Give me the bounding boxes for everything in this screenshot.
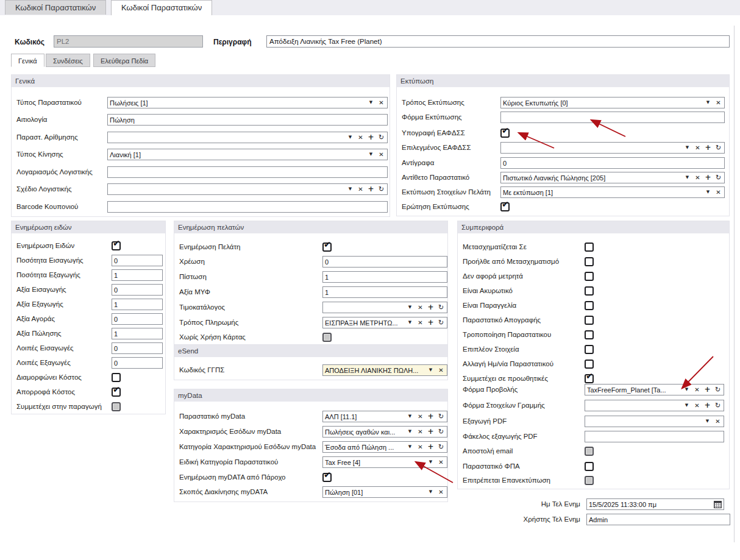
refresh-icon[interactable]: ↻ [436,442,446,452]
dropdown-icon[interactable]: ▼ [681,400,692,411]
aitiologia-field[interactable]: Πώληση [107,114,388,126]
add-icon[interactable]: + [703,143,713,153]
clear-icon[interactable]: ✕ [692,400,702,411]
dropdown-icon[interactable]: ▼ [405,302,415,313]
tab-eleuthera-pedia[interactable]: Ελεύθερα Πεδία [93,54,155,67]
clear-icon[interactable]: ✕ [376,97,386,108]
parastatiko-mydata-field[interactable]: ΑΛΠ [11.1]▼✕+↻ [322,411,447,422]
parastatiko-apografis-checkbox[interactable] [585,316,594,325]
forma-stoixeion-grammis-field[interactable]: ▼✕+↻ [585,400,724,411]
katigoria-xaraktirismou-esodon-mydata-field[interactable]: Έσοδα από Πώληση ...▼✕+↻ [322,441,447,453]
symmetexei-se-proothitikes-checkbox[interactable] [585,374,594,383]
axia-agoras-field[interactable]: 0 [112,313,163,325]
refresh-icon[interactable]: ↻ [713,400,723,411]
posotita-exagogis-field[interactable]: 1 [112,269,163,281]
axia-polisis-field[interactable]: 1 [112,328,163,339]
refresh-icon[interactable]: ↻ [436,302,446,313]
xristis-tel-enim-field[interactable]: Admin [586,514,730,525]
im-tel-enim-field[interactable]: 15/5/2025 11:33:00 πμ [586,498,724,510]
tropos-pliromis-field[interactable]: ΕΙΣΠΡΑΞΗ ΜΕΤΡΗΤΩ...▼✕+↻ [322,317,447,328]
clear-icon[interactable]: ✕ [713,416,723,427]
tab-syndeseis[interactable]: Συνδέσεις [46,54,90,67]
window-tab-document-codes-2[interactable]: Κωδικοί Παραστατικών [111,0,212,15]
dropdown-icon[interactable]: ▼ [405,442,415,452]
xreosi-field[interactable]: 0 [322,256,447,268]
dropdown-icon[interactable]: ▼ [345,184,355,194]
clear-icon[interactable]: ✕ [415,442,425,452]
tropopoiisi-parastatikou-checkbox[interactable] [585,330,594,339]
dropdown-icon[interactable]: ▼ [405,317,415,328]
window-tab-document-codes-1[interactable]: Κωδικοί Παραστατικών [5,0,106,15]
clear-icon[interactable]: ✕ [436,365,446,375]
aporrofa-kostos-checkbox[interactable] [112,388,121,397]
dropdown-icon[interactable]: ▼ [425,365,436,375]
dropdown-icon[interactable]: ▼ [405,427,415,437]
exagogi-pdf-field[interactable]: ▼✕ [585,416,724,427]
dropdown-icon[interactable]: ▼ [703,187,713,197]
posotita-eisagogis-field[interactable]: 0 [112,255,163,266]
clear-icon[interactable]: ✕ [415,302,425,313]
dropdown-icon[interactable]: ▼ [681,385,692,395]
axia-myf-field[interactable]: 1 [322,286,447,298]
dropdown-icon[interactable]: ▼ [702,416,713,427]
allagi-imnia-parastatikou-checkbox[interactable] [585,360,594,369]
einai-paraggelia-checkbox[interactable] [585,301,594,310]
loipes-eisagoges-field[interactable]: 0 [112,342,163,354]
dropdown-icon[interactable]: ▼ [703,97,713,108]
clear-icon[interactable]: ✕ [692,143,703,153]
add-icon[interactable]: + [425,427,436,437]
refresh-icon[interactable]: ↻ [436,317,446,328]
parastatiko-fpa-checkbox[interactable] [585,462,594,471]
den-afora-metrita-checkbox[interactable] [585,272,594,281]
add-icon[interactable]: + [425,317,436,328]
clear-icon[interactable]: ✕ [713,187,724,197]
enimerosi-eidon-checkbox[interactable] [112,241,121,250]
dropdown-icon[interactable]: ▼ [682,172,692,183]
refresh-icon[interactable]: ↻ [713,385,723,395]
typos-kinisis-field[interactable]: Λιανική [1]▼✕ [107,149,388,160]
ypografi-eafdss-checkbox[interactable] [500,129,510,138]
clear-icon[interactable]: ✕ [713,97,724,108]
erotisi-ektyposis-checkbox[interactable] [500,202,510,211]
refresh-icon[interactable]: ↻ [436,411,446,422]
einai-akyrotiko-checkbox[interactable] [585,286,594,296]
kodikos-ggps-field[interactable]: ΑΠΟΔΕΙΞΗ ΛΙΑΝΙΚΗΣ ΠΩΛΗ...▼✕ [322,364,447,376]
typos-parastatikou-field[interactable]: Πωλήσεις [1]▼✕ [107,97,388,108]
enimerosi-pelati-checkbox[interactable] [322,243,332,252]
tropos-ektyposis-field[interactable]: Κύριος Εκτυπωτής [0]▼✕ [500,97,725,108]
dropdown-icon[interactable]: ▼ [345,132,355,143]
xaraktirismos-esodon-mydata-field[interactable]: Πωλήσεις αγαθών και...▼✕+↻ [322,426,447,438]
add-icon[interactable]: + [425,302,436,313]
add-icon[interactable]: + [425,411,436,422]
eidiki-katigoria-parastatikou-field[interactable]: Tax Free [4]▼✕ [322,456,447,468]
clear-icon[interactable]: ✕ [436,457,446,467]
diamorfonei-kostos-checkbox[interactable] [112,373,121,382]
fakelos-exagogis-pdf-field[interactable] [585,431,724,442]
dropdown-icon[interactable]: ▼ [425,487,436,497]
clear-icon[interactable]: ✕ [692,385,702,395]
clear-icon[interactable]: ✕ [376,149,386,160]
axia-eisagogis-field[interactable]: 0 [112,284,163,296]
clear-icon[interactable]: ✕ [692,172,703,183]
loipes-exagoges-field[interactable]: 0 [112,357,163,369]
add-icon[interactable]: + [425,442,436,452]
add-icon[interactable]: + [702,385,713,395]
clear-icon[interactable]: ✕ [355,184,366,194]
clear-icon[interactable]: ✕ [355,132,366,143]
epipleon-stoixeia-checkbox[interactable] [585,345,594,354]
refresh-icon[interactable]: ↻ [713,172,724,183]
add-icon[interactable]: + [366,184,376,194]
refresh-icon[interactable]: ↻ [436,427,446,437]
antitheto-parastatiko-field[interactable]: Πιστωτικό Λιανικής Πώλησης [205]▼✕+↻ [500,172,725,183]
pistosi-field[interactable]: 1 [322,271,447,283]
dropdown-icon[interactable]: ▼ [682,143,692,153]
refresh-icon[interactable]: ↻ [376,132,386,143]
timokatalogos-field[interactable]: ▼✕+↻ [322,302,447,313]
epilegmenos-eafdss-field[interactable]: ▼✕+↻ [500,142,725,154]
add-icon[interactable]: + [702,400,713,411]
forma-ektyposis-field[interactable] [500,112,725,123]
barcode-kouponiou-field[interactable] [107,201,388,213]
clear-icon[interactable]: ✕ [415,317,425,328]
enimerosi-mydata-apo-paroxo-checkbox[interactable] [322,473,332,482]
add-icon[interactable]: + [703,172,713,183]
